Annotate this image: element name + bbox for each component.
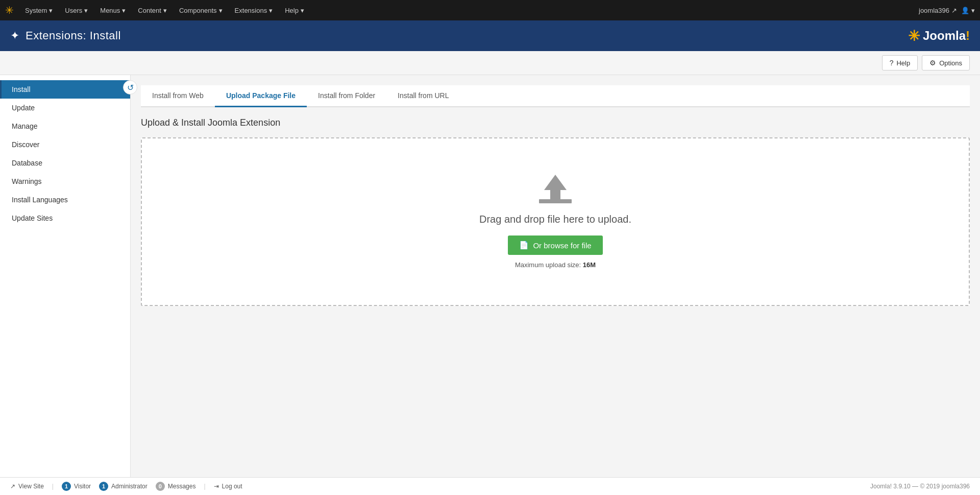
chevron-icon: ▾ — [122, 7, 126, 14]
user-dropdown[interactable]: 👤 ▾ — [961, 7, 975, 14]
top-navigation: ✳ System ▾ Users ▾ Menus ▾ Content ▾ Com… — [0, 0, 980, 20]
sidebar-toggle-button[interactable]: ↺ — [123, 80, 137, 95]
help-icon: ? — [890, 59, 894, 67]
external-link-icon: ↗ — [10, 483, 15, 490]
joomla-logo-text: Joomla! — [923, 29, 970, 43]
logout-icon: ⇥ — [214, 483, 219, 490]
sidebar: ↺ Install Update Manage Discover Databas… — [0, 75, 131, 477]
chevron-icon: ▾ — [269, 7, 273, 14]
max-upload-info: Maximum upload size: 16M — [515, 261, 596, 269]
header-bar: ✦ Extensions: Install ✳ Joomla! — [0, 20, 980, 51]
file-icon: 📄 — [519, 241, 529, 250]
nav-help[interactable]: Help ▾ — [280, 0, 309, 20]
external-link-icon: ↗ — [951, 7, 957, 14]
nav-menus[interactable]: Menus ▾ — [95, 0, 131, 20]
sidebar-item-install[interactable]: Install — [0, 80, 130, 99]
user-menu[interactable]: joomla396 ↗ — [919, 7, 957, 14]
upload-arrow-icon — [539, 175, 572, 203]
joomla-nav-icon: ✳ — [5, 4, 14, 16]
drag-drop-text: Drag and drop file here to upload. — [479, 214, 631, 225]
nav-right-area: joomla396 ↗ 👤 ▾ — [919, 7, 975, 14]
tab-install-web[interactable]: Install from Web — [141, 85, 215, 107]
chevron-icon: ▾ — [301, 7, 304, 14]
tab-install-folder[interactable]: Install from Folder — [307, 85, 386, 107]
section-title: Upload & Install Joomla Extension — [141, 117, 970, 128]
upload-dropzone[interactable]: Drag and drop file here to upload. 📄 Or … — [141, 137, 970, 306]
footer-version: Joomla! 3.9.10 — © 2019 joomla396 — [870, 483, 970, 490]
sidebar-item-discover[interactable]: Discover — [0, 135, 130, 154]
nav-users[interactable]: Users ▾ — [60, 0, 93, 20]
content-area: Install from Web Upload Package File Ins… — [131, 75, 980, 477]
visitor-item[interactable]: 1 Visitor — [62, 482, 91, 491]
joomla-logo: ✳ Joomla! — [908, 28, 970, 44]
nav-system[interactable]: System ▾ — [20, 0, 58, 20]
tab-install-url[interactable]: Install from URL — [386, 85, 460, 107]
toolbar: ? Help ⚙ Options — [0, 51, 980, 75]
administrator-item[interactable]: 1 Administrator — [99, 482, 148, 491]
user-avatar-icon: 👤 — [961, 7, 969, 14]
chevron-icon: ▾ — [219, 7, 223, 14]
help-button[interactable]: ? Help — [882, 55, 918, 70]
nav-content[interactable]: Content ▾ — [133, 0, 172, 20]
sidebar-menu: Install Update Manage Discover Database … — [0, 80, 130, 227]
chevron-icon: ▾ — [84, 7, 88, 14]
dropdown-arrow-icon: ▾ — [971, 7, 975, 14]
footer-bar: ↗ View Site | 1 Visitor 1 Administrator … — [0, 477, 980, 495]
sidebar-item-warnings[interactable]: Warnings — [0, 172, 130, 191]
tabs-bar: Install from Web Upload Package File Ins… — [141, 85, 970, 107]
gear-icon: ⚙ — [929, 59, 936, 67]
sidebar-item-install-languages[interactable]: Install Languages — [0, 191, 130, 209]
nav-extensions[interactable]: Extensions ▾ — [230, 0, 278, 20]
options-button[interactable]: ⚙ Options — [922, 55, 970, 70]
sidebar-item-update[interactable]: Update — [0, 99, 130, 117]
chevron-icon: ▾ — [49, 7, 53, 14]
chevron-icon: ▾ — [163, 7, 167, 14]
messages-badge: 0 — [156, 482, 165, 491]
page-title: Extensions: Install — [26, 29, 121, 42]
sidebar-item-update-sites[interactable]: Update Sites — [0, 209, 130, 227]
sidebar-item-database[interactable]: Database — [0, 154, 130, 172]
visitor-badge: 1 — [62, 482, 71, 491]
main-layout: ↺ Install Update Manage Discover Databas… — [0, 75, 980, 477]
joomla-star-icon: ✳ — [908, 28, 920, 44]
extensions-icon: ✦ — [10, 29, 19, 42]
sidebar-item-manage[interactable]: Manage — [0, 117, 130, 135]
logout-button[interactable]: ⇥ Log out — [214, 483, 242, 490]
messages-item[interactable]: 0 Messages — [156, 482, 196, 491]
toggle-icon: ↺ — [127, 83, 134, 92]
view-site-link[interactable]: ↗ View Site — [10, 483, 44, 490]
administrator-badge: 1 — [99, 482, 108, 491]
browse-file-button[interactable]: 📄 Or browse for file — [508, 235, 602, 255]
nav-components[interactable]: Components ▾ — [174, 0, 228, 20]
tab-upload-package[interactable]: Upload Package File — [215, 85, 307, 107]
